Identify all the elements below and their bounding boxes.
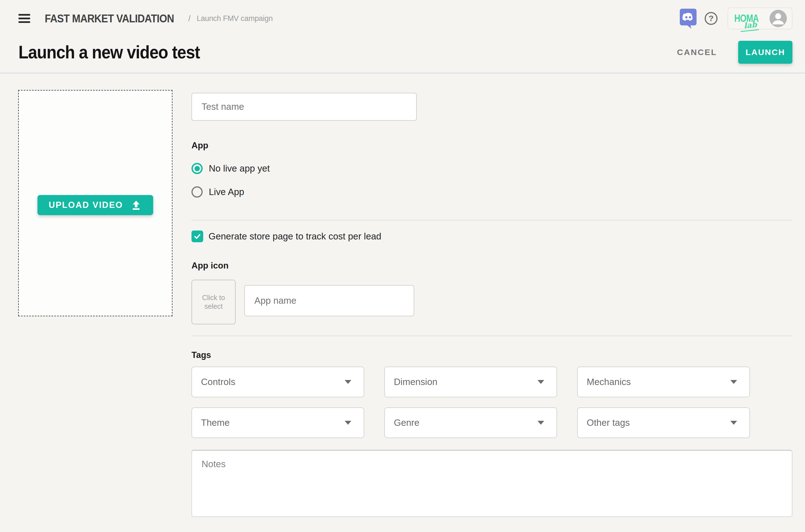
mechanics-dropdown-label: Mechanics [587,377,631,387]
chevron-down-icon [730,421,737,425]
divider [191,336,792,336]
app-name-input[interactable] [244,285,414,316]
controls-dropdown[interactable]: Controls [191,366,364,397]
radio-live-app[interactable]: Live App [191,186,792,197]
theme-dropdown-label: Theme [201,417,230,428]
discord-icon[interactable] [679,8,697,29]
controls-dropdown-label: Controls [201,377,235,387]
dimension-dropdown[interactable]: Dimension [384,366,557,397]
page-title: Launch a new video test [18,42,200,62]
mechanics-dropdown[interactable]: Mechanics [577,366,750,397]
notes-textarea[interactable] [191,450,792,517]
chevron-down-icon [730,380,737,384]
cancel-button[interactable]: CANCEL [675,47,719,57]
homa-lab-logo: HOMA lab [734,14,764,23]
app-icon-picker-hint: Click to select [197,293,230,311]
radio-no-live-app-label: No live app yet [209,163,270,174]
dimension-dropdown-label: Dimension [394,377,437,387]
store-page-checkbox-label: Generate store page to track cost per le… [208,231,381,242]
fmv-launch-page: FAST MARKET VALIDATION / Launch FMV camp… [0,0,805,532]
radio-unselected-icon[interactable] [191,186,203,197]
help-icon[interactable]: ? [705,12,717,25]
tags-grid: Controls Dimension Mechanics Theme Genre [191,366,792,438]
chevron-down-icon [345,380,351,384]
radio-selected-icon[interactable] [191,163,203,174]
radio-live-app-label: Live App [209,187,244,197]
upload-video-label: UPLOAD VIDEO [49,200,123,210]
upload-icon [130,199,142,211]
homa-logo-sub: lab [744,21,757,30]
title-bar: Launch a new video test CANCEL LAUNCH [0,29,805,69]
chevron-down-icon [345,421,351,425]
test-name-input[interactable] [191,93,417,121]
checkbox-checked-icon[interactable] [191,230,203,242]
app-icon-section-label: App icon [191,261,792,271]
account-box[interactable]: HOMA lab [728,7,792,29]
store-page-checkbox-row[interactable]: Generate store page to track cost per le… [191,230,792,242]
breadcrumb-separator: / [188,14,190,23]
top-bar: FAST MARKET VALIDATION / Launch FMV camp… [0,0,805,29]
other-tags-dropdown[interactable]: Other tags [577,407,750,438]
theme-dropdown[interactable]: Theme [191,407,364,438]
app-icon-picker[interactable]: Click to select [191,280,236,324]
breadcrumb-page: Launch FMV campaign [197,14,273,23]
breadcrumb: FAST MARKET VALIDATION / Launch FMV camp… [45,12,273,25]
chevron-down-icon [538,421,544,425]
page-actions: CANCEL LAUNCH [675,41,792,64]
video-dropzone[interactable]: UPLOAD VIDEO [18,90,172,316]
campaign-form: App No live app yet Live App Generate st… [191,90,792,517]
help-glyph: ? [709,14,714,23]
chevron-down-icon [538,380,544,384]
user-avatar[interactable] [769,10,787,27]
genre-dropdown[interactable]: Genre [384,407,557,438]
main-content: UPLOAD VIDEO App No live app yet Live Ap… [0,74,805,517]
radio-no-live-app[interactable]: No live app yet [191,163,792,174]
other-tags-dropdown-label: Other tags [587,417,630,428]
genre-dropdown-label: Genre [394,417,419,428]
hamburger-menu-icon[interactable] [18,14,30,23]
divider [191,220,792,221]
breadcrumb-section[interactable]: FAST MARKET VALIDATION [45,12,174,25]
tags-section-label: Tags [191,350,792,360]
upload-video-button[interactable]: UPLOAD VIDEO [37,195,153,215]
app-section-label: App [191,140,792,151]
launch-button[interactable]: LAUNCH [738,41,792,64]
app-icon-row: Click to select [191,280,792,324]
